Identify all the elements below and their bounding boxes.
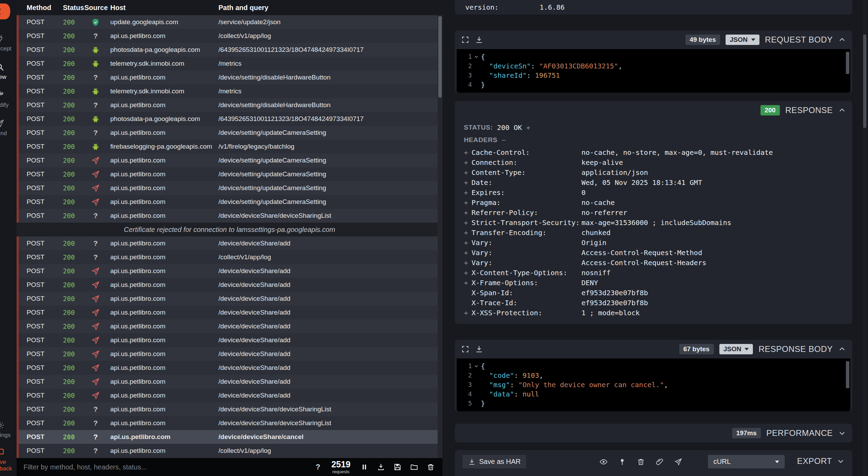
request-row[interactable]: POST200api.us.petlibro.com/device/device…	[17, 306, 442, 319]
header-expand-toggle[interactable]: +	[464, 188, 472, 197]
open-icon[interactable]	[410, 463, 418, 471]
send-icon[interactable]	[674, 458, 682, 466]
header-expand-toggle[interactable]: +	[464, 148, 472, 157]
expand-icon[interactable]	[461, 36, 469, 44]
detail-scrollbar[interactable]	[862, 0, 867, 476]
editor-scrollbar[interactable]	[846, 361, 849, 409]
header-expand-toggle[interactable]: +	[464, 239, 472, 247]
format-select[interactable]: JSON	[726, 35, 759, 45]
request-row[interactable]: POST200?api.us.petlibro.com/collect/v1/a…	[17, 29, 442, 43]
detail-scrollbar-thumb[interactable]	[863, 35, 866, 128]
request-row[interactable]: POST200firebaselogging-pa.googleapis.com…	[17, 140, 442, 153]
filter-input[interactable]	[23, 463, 307, 472]
request-row[interactable]: POST200api.us.petlibro.com/device/device…	[17, 389, 442, 402]
request-row[interactable]: POST200photosdata-pa.googleapis.com/6439…	[17, 112, 442, 126]
response-header-row[interactable]: +Transfer-Encoding:chunked	[464, 227, 843, 237]
response-header-row[interactable]: +Cache-Control:no-cache, no-store, max-a…	[464, 147, 843, 157]
response-header-row[interactable]: +Expires:0	[464, 187, 843, 197]
header-expand-toggle[interactable]: +	[464, 198, 472, 207]
collapse-icon[interactable]	[838, 106, 846, 114]
fold-icon[interactable]	[472, 364, 481, 368]
pause-icon[interactable]	[360, 463, 368, 471]
help-icon[interactable]: ?	[314, 463, 321, 472]
expand-section-icon[interactable]	[837, 457, 844, 465]
sidebar-item-intercept[interactable]: Intercept	[0, 32, 17, 55]
request-row[interactable]: POST200photosdata-pa.googleapis.com/6439…	[17, 43, 442, 57]
save-as-har-button[interactable]: Save as HAR	[463, 455, 526, 468]
fold-icon[interactable]	[472, 54, 481, 59]
sidebar-item-view[interactable]: View	[0, 60, 17, 83]
response-header-row[interactable]: +X-XSS-Protection:1 ; mode=block	[464, 308, 843, 318]
header-expand-toggle[interactable]: +	[464, 218, 472, 227]
export-format-select[interactable]: cURL	[708, 455, 785, 468]
request-row[interactable]: POST200api.us.petlibro.com/device/settin…	[17, 181, 442, 195]
request-row[interactable]: POST200api.us.petlibro.com/device/settin…	[17, 167, 442, 181]
header-expand-toggle[interactable]: +	[464, 309, 472, 317]
pin-icon[interactable]	[618, 458, 626, 466]
response-header-row[interactable]: +Vary:Access-Control-Request-Headers	[464, 258, 843, 268]
expand-icon[interactable]	[461, 345, 469, 353]
table-scrollbar-thumb[interactable]	[438, 16, 442, 97]
header-expand-toggle[interactable]: +	[464, 208, 472, 217]
response-header-row[interactable]: +Content-Type:application/json	[464, 167, 843, 177]
request-row[interactable]: POST200?api.us.petlibro.com/device/devic…	[17, 402, 442, 416]
response-header-row[interactable]: +Pragma:no-cache	[464, 197, 843, 207]
editor-scrollbar-thumb[interactable]	[846, 361, 849, 388]
request-row[interactable]: POST200api.us.petlibro.com/device/settin…	[17, 153, 442, 167]
request-row[interactable]: POST200telemetry.sdk.inmobi.com/metrics	[17, 57, 442, 71]
header-expand-toggle[interactable]: +	[464, 279, 472, 287]
table-scrollbar[interactable]	[438, 15, 442, 458]
editor-scrollbar[interactable]	[846, 52, 849, 90]
eye-icon[interactable]	[599, 458, 608, 466]
request-row[interactable]: POST200?api.us.petlibro.com/device/devic…	[17, 209, 442, 223]
save-icon[interactable]	[393, 463, 402, 471]
response-header-row[interactable]: +X-Content-Type-Options:nosniff	[464, 268, 843, 278]
request-row[interactable]: POST200api.us.petlibro.com/device/device…	[17, 292, 442, 306]
sidebar-item-give-feedback[interactable]: Give feedback	[0, 445, 17, 475]
format-select[interactable]: JSON	[719, 344, 753, 354]
expand-section-icon[interactable]	[838, 429, 846, 437]
request-row[interactable]: POST200?api.us.petlibro.com/device/devic…	[17, 416, 442, 430]
import-icon[interactable]	[377, 463, 385, 471]
request-row[interactable]: POST200?api.us.petlibro.com/device/setti…	[17, 98, 442, 112]
header-expand-toggle[interactable]: +	[464, 259, 472, 267]
response-header-row[interactable]: +X-Frame-Options:DENY	[464, 278, 843, 288]
header-expand-toggle[interactable]: +	[464, 158, 472, 167]
app-logo-icon[interactable]	[0, 0, 17, 21]
request-row[interactable]: POST200api.us.petlibro.com/device/device…	[17, 319, 442, 333]
response-header-row[interactable]: +Vary:Origin	[464, 237, 843, 248]
request-row[interactable]: POST200telemetry.sdk.inmobi.com/metrics	[17, 84, 442, 98]
response-header-row[interactable]: +Referrer-Policy:no-referrer	[464, 207, 843, 217]
request-row[interactable]: POST200?api.us.petlibro.com/device/devic…	[17, 236, 442, 250]
response-header-row[interactable]: X-Trace-Id:ef953d230e07bf8b	[464, 298, 843, 308]
request-row[interactable]: POST200api.us.petlibro.com/device/device…	[17, 375, 442, 389]
request-row[interactable]: POST200?api.us.petlibro.com/collect/v1/a…	[17, 250, 442, 264]
editor-scrollbar-thumb[interactable]	[846, 52, 849, 74]
response-header-row[interactable]: +Vary:Access-Control-Request-Method	[464, 248, 843, 258]
header-expand-toggle[interactable]: +	[464, 178, 472, 187]
collapse-icon[interactable]	[838, 345, 846, 353]
request-row[interactable]: POST200?api.us.petlibro.com/device/setti…	[17, 71, 442, 84]
response-header-row[interactable]: +Strict-Transport-Security:max-age=31536…	[464, 217, 843, 227]
download-icon[interactable]	[475, 36, 483, 44]
request-row[interactable]: POST200?api.us.petlibro.com/device/setti…	[17, 126, 442, 140]
request-row[interactable]: POST200api.us.petlibro.com/device/device…	[17, 264, 442, 278]
sidebar-item-settings[interactable]: Settings	[0, 418, 17, 441]
header-expand-toggle[interactable]: +	[464, 269, 472, 277]
delete-icon[interactable]	[427, 463, 435, 471]
request-row[interactable]: POST200api.us.petlibro.com/device/device…	[17, 333, 442, 347]
download-icon[interactable]	[475, 345, 483, 353]
attach-icon[interactable]	[655, 458, 664, 466]
header-expand-toggle[interactable]: +	[464, 228, 472, 237]
request-row[interactable]: POST200api.us.petlibro.com/device/settin…	[17, 195, 442, 209]
sidebar-item-send[interactable]: Send	[0, 116, 17, 139]
request-row[interactable]: POST200api.us.petlibro.com/device/device…	[17, 278, 442, 292]
request-row[interactable]: POST200api.us.petlibro.com/device/device…	[17, 347, 442, 361]
request-row[interactable]: POST200?api.us.petlibro.com/collect/v1/a…	[17, 444, 442, 458]
response-header-row[interactable]: +Date:Wed, 05 Nov 2025 18:13:41 GMT	[464, 177, 843, 187]
delete-icon[interactable]	[637, 458, 645, 466]
collapse-icon[interactable]	[838, 36, 846, 44]
headers-collapse-toggle[interactable]: −	[502, 136, 506, 144]
response-header-row[interactable]: X-Span-Id:ef953d230e07bf8b	[464, 288, 843, 298]
header-expand-toggle[interactable]: +	[464, 168, 472, 177]
